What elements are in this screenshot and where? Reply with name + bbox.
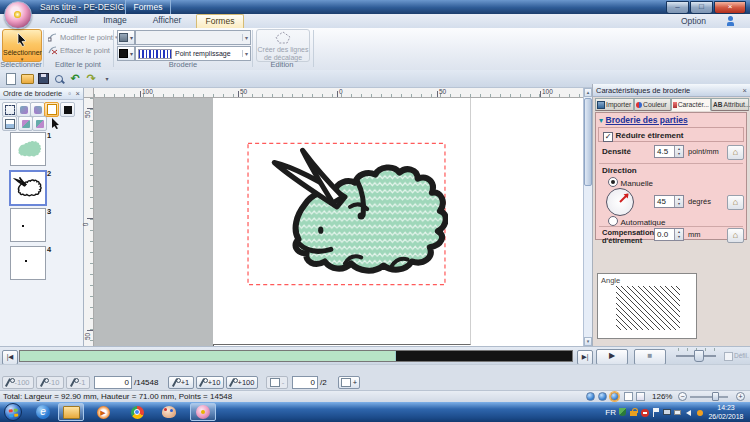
stitch-back-10-button[interactable]: -10 xyxy=(36,376,64,389)
outline-sew-type-button[interactable]: ▾ xyxy=(117,30,135,45)
stitch-back-100-button[interactable]: -100 xyxy=(2,376,34,389)
fit-window-icon[interactable] xyxy=(624,392,633,401)
auto-scroll-checkbox[interactable] xyxy=(724,352,733,361)
tab-caracteristiques[interactable]: Caractér... xyxy=(671,98,711,111)
section-collapse-icon[interactable]: ▾ xyxy=(599,116,603,125)
order-item-2-outline[interactable] xyxy=(9,170,47,206)
taskbar-ie-icon[interactable]: e xyxy=(30,403,56,421)
show-pattern-icon[interactable] xyxy=(44,102,59,117)
combo-dropdown-icon[interactable]: ▾ xyxy=(242,34,250,41)
zoom-slider-thumb[interactable] xyxy=(712,392,719,401)
piece-previous-button[interactable]: - xyxy=(266,376,288,389)
close-button[interactable]: × xyxy=(714,1,746,14)
volume-icon[interactable] xyxy=(685,408,693,417)
zoom-out-icon[interactable]: − xyxy=(678,392,687,401)
scroll-down-icon[interactable]: ▾ xyxy=(584,337,592,346)
fill-color-button[interactable]: ▾ xyxy=(117,46,135,61)
spinner-icons[interactable]: ▴▾ xyxy=(674,229,683,240)
angle-dial[interactable] xyxy=(606,188,634,216)
angle-default-home-icon[interactable]: ⌂ xyxy=(727,195,744,210)
combo-dropdown-icon[interactable]: ▾ xyxy=(242,50,250,57)
thread-color-swatch-black[interactable] xyxy=(60,102,75,117)
zoom-fit-icon[interactable] xyxy=(586,392,595,401)
sim-play-button[interactable]: ▶ xyxy=(596,349,628,365)
sim-rewind-button[interactable]: |◀ xyxy=(2,350,18,365)
security-shield-icon[interactable] xyxy=(619,408,627,417)
density-spinbox[interactable]: 4.5 ▴▾ xyxy=(654,145,684,158)
fill-stitch-combo[interactable]: Point remplissage ▾ xyxy=(135,46,251,61)
design-canvas[interactable] xyxy=(94,98,583,346)
save-icon[interactable] xyxy=(36,72,50,85)
move-to-start-icon[interactable] xyxy=(16,102,31,117)
scrollbar-thumb[interactable] xyxy=(584,98,592,186)
order-item-4-point[interactable] xyxy=(10,246,46,280)
sim-speed-slider[interactable] xyxy=(672,347,720,363)
user-icon[interactable] xyxy=(727,16,734,26)
page-view-icon[interactable] xyxy=(636,392,645,401)
pointer-icon[interactable] xyxy=(50,117,61,131)
maximize-button[interactable]: □ xyxy=(690,1,713,14)
compensation-spinbox[interactable]: 0.0 ▴▾ xyxy=(654,228,684,241)
taskbar-pedesign-flower-icon[interactable] xyxy=(190,403,216,421)
new-file-icon[interactable] xyxy=(4,72,18,85)
select-frame-icon[interactable] xyxy=(2,102,17,117)
network-icon[interactable] xyxy=(696,408,704,417)
group-icon[interactable] xyxy=(18,116,33,131)
taskbar-media-player-icon[interactable]: ▶ xyxy=(90,403,116,421)
automatic-radio[interactable] xyxy=(608,216,618,226)
stitch-fwd-100-button[interactable]: +100 xyxy=(226,376,258,389)
application-menu-flower-icon[interactable] xyxy=(4,1,32,29)
tab-image[interactable]: Image xyxy=(94,14,136,27)
zoom-slider-track[interactable] xyxy=(690,396,728,398)
alert-icon[interactable] xyxy=(641,408,649,417)
order-item-1-fill[interactable] xyxy=(10,132,46,166)
reduce-stretch-checkbox[interactable]: ✓ xyxy=(603,132,613,142)
taskbar-explorer-icon[interactable] xyxy=(58,403,84,421)
taskbar-clock[interactable]: 14:23 26/02/2018 xyxy=(704,403,748,421)
minimize-button[interactable]: ‒ xyxy=(666,1,689,14)
tab-attributs[interactable]: AB Attribut... xyxy=(711,98,749,111)
canvas-vertical-scrollbar[interactable]: ▴ ▾ xyxy=(583,88,592,346)
language-indicator[interactable]: FR xyxy=(605,408,616,417)
angle-spinbox[interactable]: 45 ▴▾ xyxy=(654,195,684,208)
stitch-back-1-button[interactable]: -1 xyxy=(66,376,90,389)
manual-radio[interactable] xyxy=(608,177,618,187)
toolbar-more-icon[interactable]: ▾ xyxy=(100,72,114,85)
stitch-fwd-1-button[interactable]: +1 xyxy=(168,376,194,389)
contextual-tab-formes[interactable]: Formes xyxy=(125,0,171,14)
sim-to-end-button[interactable]: ▶| xyxy=(577,350,593,365)
undo-icon[interactable]: ↶ xyxy=(68,72,82,85)
order-item-3-point[interactable] xyxy=(10,208,46,242)
zoom-tool-icon[interactable] xyxy=(52,72,66,85)
modify-point-item[interactable]: Modifier le point ▾ xyxy=(48,31,117,43)
tab-couleur[interactable]: Couleur xyxy=(634,98,671,111)
offset-lines-button[interactable]: Créer des lignes de décalage xyxy=(256,29,310,62)
taskbar-chrome-icon[interactable] xyxy=(124,403,150,421)
piece-next-button[interactable]: + xyxy=(338,376,360,389)
reorder-icon[interactable] xyxy=(2,116,17,131)
outline-stitch-combo[interactable]: ▾ xyxy=(135,30,251,45)
lock-icon[interactable] xyxy=(630,408,638,417)
tab-importer[interactable]: Importer xyxy=(595,98,634,111)
compensation-default-home-icon[interactable]: ⌂ xyxy=(727,228,744,243)
triceratops-design[interactable] xyxy=(246,138,448,288)
sim-stop-button[interactable]: ■ xyxy=(634,349,666,365)
taskbar-palette-app-icon[interactable] xyxy=(156,403,182,421)
stitch-fwd-10-button[interactable]: +10 xyxy=(196,376,224,389)
panel-close-icon[interactable]: × xyxy=(76,88,80,100)
spinner-icons[interactable]: ▴▾ xyxy=(674,146,683,157)
tab-afficher[interactable]: Afficher xyxy=(142,14,192,27)
zoom-selected-icon[interactable] xyxy=(610,392,619,401)
select-tool-button[interactable]: Sélectionner ▾ xyxy=(2,29,42,62)
tab-formes[interactable]: Formes xyxy=(196,14,244,28)
redo-icon[interactable]: ↷ xyxy=(84,72,98,85)
slider-thumb[interactable] xyxy=(694,350,704,362)
ungroup-icon[interactable] xyxy=(32,116,47,131)
density-default-home-icon[interactable]: ⌂ xyxy=(727,145,744,160)
erase-point-item[interactable]: Effacer le point xyxy=(48,44,110,56)
option-menu[interactable]: Option xyxy=(681,16,706,26)
display-icon[interactable] xyxy=(663,408,671,417)
panel-pin-icon[interactable]: ▫ xyxy=(68,88,71,100)
current-stitch-field[interactable]: 0 xyxy=(94,376,132,389)
scroll-up-icon[interactable]: ▴ xyxy=(584,88,592,97)
